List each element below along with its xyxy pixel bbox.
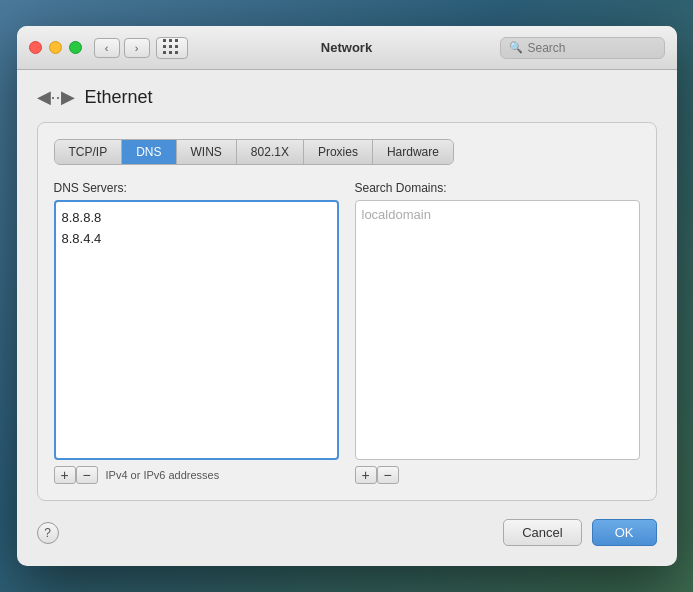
forward-button[interactable]: ›: [124, 38, 150, 58]
dns-remove-button[interactable]: −: [76, 466, 98, 484]
dns-add-button[interactable]: +: [54, 466, 76, 484]
dns-columns: DNS Servers: 8.8.8.8 8.8.4.4 + − IPv4 or…: [54, 181, 640, 484]
minimize-button[interactable]: [49, 41, 62, 54]
footer: ? Cancel OK: [37, 519, 657, 546]
search-domains-column: Search Domains: localdomain + −: [355, 181, 640, 484]
tabs-bar: TCP/IP DNS WINS 802.1X Proxies Hardware: [54, 139, 454, 165]
ok-button[interactable]: OK: [592, 519, 657, 546]
pane-header: ◀··▶ Ethernet: [37, 86, 657, 108]
window-title: Network: [321, 40, 372, 55]
nav-buttons: ‹ ›: [94, 38, 150, 58]
traffic-lights: [29, 41, 82, 54]
list-item: 8.8.8.8: [62, 208, 331, 229]
action-buttons: Cancel OK: [503, 519, 656, 546]
cancel-button[interactable]: Cancel: [503, 519, 581, 546]
search-input[interactable]: [528, 41, 658, 55]
content-area: ◀··▶ Ethernet TCP/IP DNS WINS 802.1X Pro…: [17, 70, 677, 566]
domains-remove-button[interactable]: −: [377, 466, 399, 484]
dns-servers-column: DNS Servers: 8.8.8.8 8.8.4.4 + − IPv4 or…: [54, 181, 339, 484]
search-domains-label: Search Domains:: [355, 181, 640, 195]
tab-8021x[interactable]: 802.1X: [237, 140, 304, 164]
maximize-button[interactable]: [69, 41, 82, 54]
dns-servers-label: DNS Servers:: [54, 181, 339, 195]
inner-panel: TCP/IP DNS WINS 802.1X Proxies Hardware …: [37, 122, 657, 501]
grid-icon: [163, 39, 180, 56]
search-bar[interactable]: 🔍: [500, 37, 665, 59]
help-button[interactable]: ?: [37, 522, 59, 544]
search-icon: 🔍: [509, 41, 523, 54]
back-forward-nav: ◀··▶: [37, 86, 75, 108]
domains-add-button[interactable]: +: [355, 466, 377, 484]
tab-proxies[interactable]: Proxies: [304, 140, 373, 164]
network-window: ‹ › Network 🔍 ◀··▶ Ethernet: [17, 26, 677, 566]
search-domains-controls: + −: [355, 466, 640, 484]
search-domains-list[interactable]: localdomain: [355, 200, 640, 460]
titlebar: ‹ › Network 🔍: [17, 26, 677, 70]
tab-hardware[interactable]: Hardware: [373, 140, 453, 164]
close-button[interactable]: [29, 41, 42, 54]
tab-dns[interactable]: DNS: [122, 140, 176, 164]
dns-servers-list[interactable]: 8.8.8.8 8.8.4.4: [54, 200, 339, 460]
dns-hint: IPv4 or IPv6 addresses: [106, 469, 220, 481]
tab-wins[interactable]: WINS: [177, 140, 237, 164]
pane-title: Ethernet: [85, 87, 153, 108]
back-button[interactable]: ‹: [94, 38, 120, 58]
back-forward-icon[interactable]: ◀··▶: [37, 86, 75, 108]
tab-tcpip[interactable]: TCP/IP: [55, 140, 123, 164]
search-domains-placeholder: localdomain: [362, 207, 431, 222]
list-item: 8.8.4.4: [62, 229, 331, 250]
grid-button[interactable]: [156, 37, 188, 59]
dns-servers-controls: + − IPv4 or IPv6 addresses: [54, 466, 339, 484]
